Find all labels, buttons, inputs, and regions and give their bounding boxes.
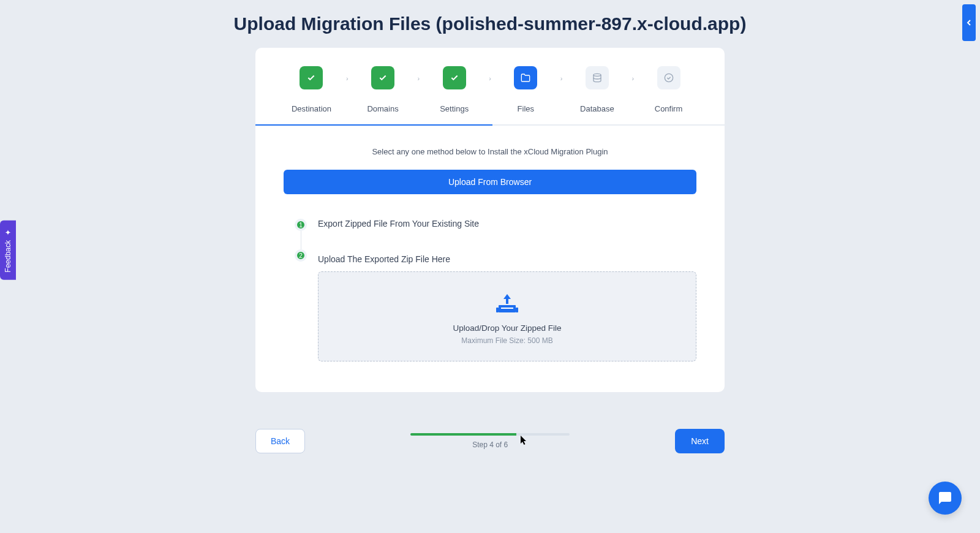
- folder-icon: [514, 66, 537, 89]
- step-confirm[interactable]: Confirm: [634, 66, 703, 113]
- wizard-card: Destination › Domains › Settings › Files…: [255, 48, 725, 392]
- svg-point-1: [665, 74, 673, 81]
- chevron-left-icon: [967, 19, 971, 26]
- footer-progress-fill: [410, 433, 516, 436]
- substep-number-1: 1: [295, 219, 307, 231]
- feedback-label: Feedback: [4, 240, 12, 273]
- svg-rect-3: [496, 308, 499, 312]
- footer-progress-bar: [410, 433, 570, 436]
- step-database[interactable]: Database: [562, 66, 631, 113]
- chat-icon: [938, 491, 952, 505]
- check-icon: [371, 66, 394, 89]
- substep-title-1: Export Zipped File From Your Existing Si…: [318, 219, 696, 229]
- svg-point-0: [594, 74, 601, 76]
- next-button[interactable]: Next: [675, 429, 725, 453]
- chat-fab[interactable]: [929, 482, 962, 515]
- footer-step-text: Step 4 of 6: [410, 440, 570, 449]
- stepper-progress-line: [255, 124, 725, 126]
- check-icon: [300, 66, 323, 89]
- stepper: Destination › Domains › Settings › Files…: [255, 48, 725, 113]
- back-button[interactable]: Back: [255, 429, 305, 453]
- page-title: Upload Migration Files (polished-summer-…: [0, 0, 980, 48]
- step-destination[interactable]: Destination: [277, 66, 346, 113]
- side-collapse-button[interactable]: [962, 4, 976, 41]
- step-label: Destination: [292, 104, 331, 113]
- step-label: Confirm: [655, 104, 683, 113]
- svg-rect-5: [501, 308, 513, 309]
- footer-progress: Step 4 of 6: [410, 433, 570, 449]
- feedback-tab[interactable]: Feedback ✦: [0, 221, 16, 280]
- step-domains[interactable]: Domains: [349, 66, 418, 113]
- instruction-text: Select any one method below to Install t…: [284, 147, 696, 156]
- substep-connector: [301, 231, 301, 249]
- sparkle-icon: ✦: [4, 228, 12, 236]
- substep-number-2: 2: [295, 249, 307, 262]
- confirm-icon: [657, 66, 680, 89]
- file-dropzone[interactable]: Upload/Drop Your Zipped File Maximum Fil…: [318, 271, 696, 361]
- dropzone-title: Upload/Drop Your Zipped File: [331, 323, 684, 333]
- step-label: Domains: [367, 104, 398, 113]
- step-label: Files: [518, 104, 534, 113]
- svg-rect-4: [516, 308, 518, 312]
- dropzone-subtitle: Maximum File Size: 500 MB: [331, 336, 684, 345]
- stepper-progress-fill: [255, 124, 492, 126]
- content-area: Select any one method below to Install t…: [255, 126, 725, 392]
- step-settings[interactable]: Settings: [420, 66, 489, 113]
- upload-from-browser-button[interactable]: Upload From Browser: [284, 170, 696, 194]
- step-label: Settings: [440, 104, 469, 113]
- wizard-footer: Back Step 4 of 6 Next: [255, 429, 725, 453]
- upload-icon: [331, 293, 684, 315]
- substep-title-2: Upload The Exported Zip File Here: [318, 254, 696, 264]
- step-files[interactable]: Files: [491, 66, 560, 113]
- database-icon: [586, 66, 609, 89]
- check-icon: [443, 66, 466, 89]
- step-label: Database: [580, 104, 614, 113]
